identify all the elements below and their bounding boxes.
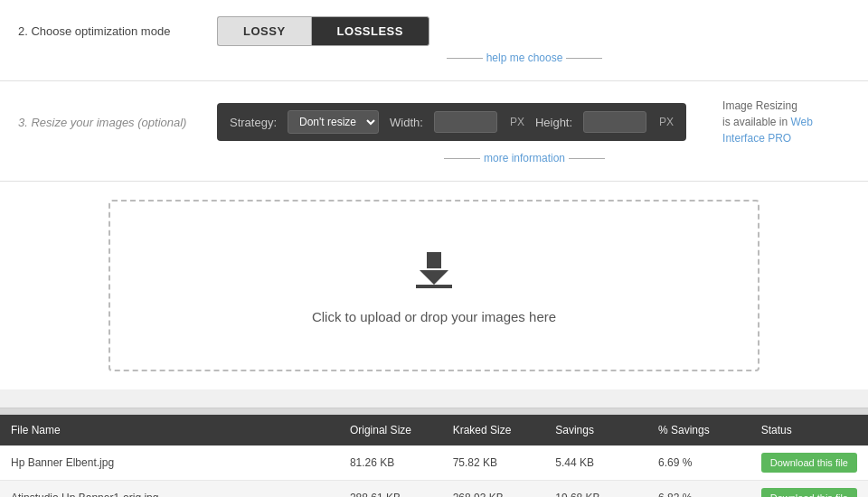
px-label-1: PX xyxy=(510,116,524,128)
svg-rect-0 xyxy=(427,252,441,268)
cell-0: Atinstudio Hp Banner1-orig.jpg xyxy=(0,481,339,498)
th-filename: File Name xyxy=(0,415,339,445)
mode-button-group: LOSSY LOSSLESS xyxy=(217,16,429,46)
lossless-button[interactable]: LOSSLESS xyxy=(311,16,429,46)
table-row: Hp Banner Elbent.jpg81.26 KB75.82 KB5.44… xyxy=(0,445,868,481)
cell-3: 5.44 KB xyxy=(544,445,647,481)
resize-section: 3. Resize your images (optional) Strateg… xyxy=(0,81,868,182)
optimization-section: 2. Choose optimization mode LOSSY LOSSLE… xyxy=(0,0,868,81)
download-button[interactable]: Download this file xyxy=(761,453,857,473)
height-label: Height: xyxy=(535,116,572,129)
height-input[interactable] xyxy=(583,111,646,133)
cell-status: Download this file xyxy=(750,481,868,498)
width-label: Width: xyxy=(390,116,423,129)
cell-3: 19.68 KB xyxy=(544,481,647,498)
th-status: Status xyxy=(750,415,868,445)
upload-icon xyxy=(128,247,740,298)
upload-dropzone[interactable]: Click to upload or drop your images here xyxy=(108,200,760,371)
th-orig: Original Size xyxy=(339,415,442,445)
cell-2: 75.82 KB xyxy=(442,445,545,481)
optimization-label: 2. Choose optimization mode xyxy=(18,24,199,38)
help-line-left xyxy=(447,58,483,59)
table-section: File Name Original Size Kraked Size Savi… xyxy=(0,415,868,497)
svg-marker-1 xyxy=(420,270,448,285)
more-info-line-right xyxy=(569,158,605,159)
width-input[interactable] xyxy=(434,111,497,133)
results-table: File Name Original Size Kraked Size Savi… xyxy=(0,415,868,497)
more-info-line-left xyxy=(444,158,480,159)
more-info-container: more information xyxy=(444,152,605,164)
upload-text: Click to upload or drop your images here xyxy=(128,309,740,324)
cell-4: 6.82 % xyxy=(647,481,750,498)
th-savings: Savings xyxy=(544,415,647,445)
help-link-container: help me choose xyxy=(447,52,603,64)
cell-1: 81.26 KB xyxy=(339,445,442,481)
help-line-right xyxy=(566,58,602,59)
cell-status: Download this file xyxy=(750,445,868,481)
cell-4: 6.69 % xyxy=(647,445,750,481)
download-button[interactable]: Download this file xyxy=(761,488,857,497)
resize-controls: Strategy: Don't resize Width: PX Height:… xyxy=(217,103,686,141)
cell-0: Hp Banner Elbent.jpg xyxy=(0,445,339,481)
separator xyxy=(0,408,868,415)
svg-rect-2 xyxy=(416,285,452,288)
th-pct: % Savings xyxy=(647,415,750,445)
th-kraked: Kraked Size xyxy=(442,415,545,445)
more-info-link[interactable]: more information xyxy=(480,152,569,164)
table-header-row: File Name Original Size Kraked Size Savi… xyxy=(0,415,868,445)
strategy-select[interactable]: Don't resize xyxy=(288,110,379,134)
upload-section: Click to upload or drop your images here xyxy=(0,182,868,389)
px-label-2: PX xyxy=(659,116,674,128)
resizing-note: Image Resizing is available in Web Inter… xyxy=(722,98,850,146)
cell-1: 288.61 KB xyxy=(339,481,442,498)
lossy-button[interactable]: LOSSY xyxy=(217,16,311,46)
resize-label: 3. Resize your images (optional) xyxy=(18,116,199,129)
table-row: Atinstudio Hp Banner1-orig.jpg288.61 KB2… xyxy=(0,481,868,498)
strategy-label: Strategy: xyxy=(230,116,277,129)
help-choose-link[interactable]: help me choose xyxy=(483,52,567,64)
cell-2: 268.93 KB xyxy=(442,481,545,498)
